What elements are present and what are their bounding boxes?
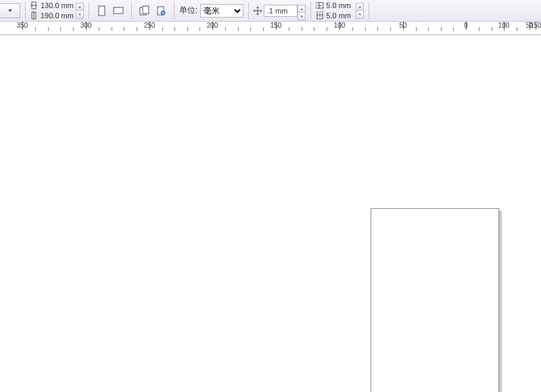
landscape-button[interactable] — [110, 3, 126, 19]
spinner-up-icon[interactable]: ▲ — [298, 5, 306, 12]
dup-x-icon — [316, 1, 324, 9]
separator — [248, 2, 249, 19]
property-bar: 130.0 mm 190.0 mm ▲ ▼ — [0, 0, 541, 22]
separator — [174, 2, 174, 19]
nudge-group: .1 mm ▲ ▼ — [252, 0, 308, 21]
orientation-group — [92, 0, 128, 21]
nudge-spinner[interactable]: ▲ ▼ — [298, 5, 306, 17]
svg-rect-5 — [114, 7, 123, 14]
separator — [131, 2, 132, 19]
current-page-button[interactable] — [153, 3, 169, 19]
duplicate-distance-group: 5.0 mm 5.0 mm ▲ ▼ — [314, 0, 366, 21]
ruler-ticks: 35030025020015010050050100150 — [0, 22, 541, 34]
portrait-icon — [97, 5, 107, 16]
units-select[interactable]: 毫米 — [200, 4, 243, 18]
svg-point-9 — [161, 11, 165, 15]
spinner-down-icon[interactable]: ▼ — [76, 10, 84, 19]
nudge-icon — [254, 7, 262, 15]
page-scope-group — [135, 0, 171, 21]
chevron-down-icon — [8, 9, 12, 12]
dup-y-value[interactable]: 5.0 mm — [326, 11, 356, 20]
horizontal-ruler[interactable]: 35030025020015010050050100150 — [0, 22, 541, 35]
svg-rect-4 — [99, 6, 105, 16]
page-dimensions-group: 130.0 mm 190.0 mm ▲ ▼ — [28, 0, 86, 21]
preset-dropdown[interactable] — [0, 0, 22, 21]
page-height-value[interactable]: 190.0 mm — [41, 11, 76, 20]
page-rectangle[interactable] — [371, 208, 499, 392]
separator — [369, 2, 369, 19]
spinner-up-icon[interactable]: ▲ — [356, 3, 364, 11]
units-group: 单位: 毫米 — [177, 0, 245, 21]
nudge-value[interactable]: .1 mm — [264, 5, 298, 17]
all-pages-button[interactable] — [137, 3, 153, 19]
svg-rect-7 — [143, 6, 149, 14]
single-page-icon — [156, 5, 166, 16]
page-width-value[interactable]: 130.0 mm — [41, 1, 76, 9]
separator — [310, 2, 311, 19]
pages-stack-icon — [139, 5, 150, 16]
page-width-icon — [30, 1, 39, 9]
page-size-spinner[interactable]: ▲ ▼ — [76, 3, 84, 19]
portrait-button[interactable] — [94, 3, 110, 19]
spinner-down-icon[interactable]: ▼ — [298, 12, 306, 20]
dup-distance-spinner[interactable]: ▲ ▼ — [356, 3, 364, 19]
page-height-icon — [30, 11, 39, 20]
spinner-down-icon[interactable]: ▼ — [356, 10, 364, 19]
landscape-icon — [113, 6, 124, 16]
units-label: 单位: — [179, 5, 197, 16]
dup-y-icon — [316, 11, 324, 20]
canvas-area[interactable] — [0, 35, 541, 392]
separator — [89, 2, 89, 19]
dup-x-value[interactable]: 5.0 mm — [326, 1, 356, 9]
spinner-up-icon[interactable]: ▲ — [76, 3, 84, 11]
separator — [25, 2, 26, 19]
